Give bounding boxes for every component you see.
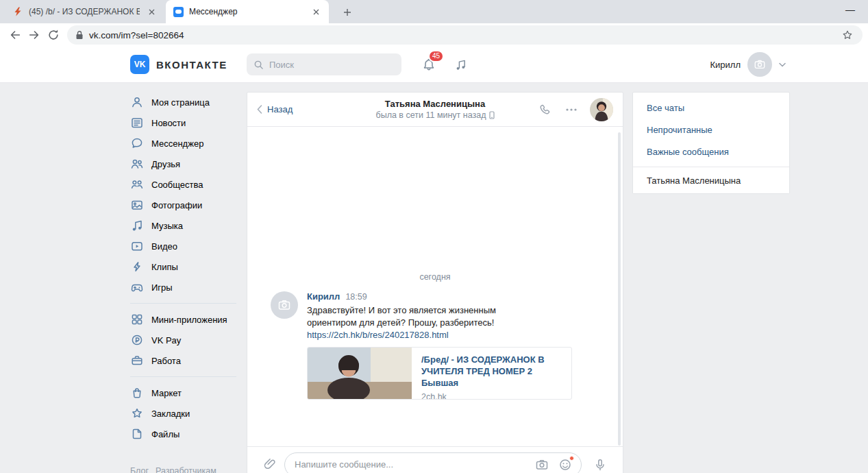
emoji-smiley-icon[interactable] — [558, 457, 573, 472]
search-icon — [253, 60, 264, 70]
back-icon[interactable] — [5, 25, 25, 45]
sidebar-item-label: Маркет — [151, 388, 182, 398]
chat-peer-name: Татьяна Масленицына — [385, 99, 485, 109]
messenger-icon — [130, 136, 144, 150]
star-icon — [130, 407, 144, 420]
vkpay-icon — [130, 333, 144, 347]
sidebar-item-games[interactable]: Игры — [130, 277, 247, 298]
message-input-wrap[interactable] — [284, 452, 582, 473]
message-content: Кирилл 18:59 Здравствуйте! И вот это явл… — [307, 291, 572, 400]
2ch-favicon — [12, 6, 23, 17]
sidebar-item-files[interactable]: Файлы — [130, 424, 247, 444]
message-composer — [247, 446, 623, 473]
news-icon — [130, 116, 144, 130]
link-preview-image — [308, 348, 412, 399]
sidebar-item-my-page[interactable]: Моя страница — [130, 92, 247, 112]
chat-list-item-active[interactable]: Татьяна Масленицына — [633, 167, 789, 193]
sidebar-item-label: Закладки — [151, 409, 190, 419]
notifications-bell-icon[interactable]: 45 — [421, 56, 437, 73]
sidebar-item-jobs[interactable]: Работа — [130, 350, 247, 371]
footer-link-developers[interactable]: Разработчикам — [156, 466, 216, 473]
message-author[interactable]: Кирилл — [307, 291, 340, 302]
link-preview-card[interactable]: /Бред/ - ИЗ СОДЕРЖАНОК В УЧИТЕЛЯ ТРЕД НО… — [307, 347, 572, 400]
camera-icon[interactable] — [534, 457, 549, 472]
message-time: 18:59 — [345, 292, 367, 302]
tab-2ch-thread[interactable]: (45) /b/ - ИЗ СОДЕРЖАНОК В У — [5, 0, 164, 23]
tab-title: (45) /b/ - ИЗ СОДЕРЖАНОК В У — [29, 7, 140, 16]
attach-paperclip-icon[interactable] — [262, 457, 277, 472]
message-input[interactable] — [295, 459, 526, 470]
chat-window: Назад Татьяна Масленицына была в сети 11… — [247, 92, 623, 473]
sidebar-item-label: Моя страница — [151, 97, 210, 108]
sidebar-item-label: Мини-приложения — [151, 315, 227, 325]
sidebar-item-messenger[interactable]: Мессенджер — [130, 133, 247, 154]
call-icon[interactable] — [538, 102, 553, 117]
sidebar-item-label: Друзья — [151, 159, 180, 169]
forward-icon[interactable] — [25, 25, 44, 45]
sidebar-item-clips[interactable]: Клипы — [130, 256, 247, 277]
music-note-icon — [130, 219, 144, 232]
music-icon[interactable] — [452, 56, 469, 73]
filter-all-chats[interactable]: Все чаты — [633, 97, 789, 119]
notification-count-badge: 45 — [430, 51, 443, 61]
tab-close-icon[interactable] — [310, 5, 322, 18]
message: Кирилл 18:59 Здравствуйте! И вот это явл… — [271, 291, 572, 400]
user-menu[interactable]: Кирилл — [710, 47, 786, 82]
video-icon — [130, 239, 144, 253]
filter-important[interactable]: Важные сообщения — [633, 141, 789, 162]
chat-peer-avatar[interactable] — [590, 98, 613, 121]
vk-logo-text: ВКОНТАКТЕ — [156, 59, 227, 71]
user-avatar-camera-icon — [747, 52, 772, 77]
communities-icon — [130, 178, 144, 191]
sidebar-item-market[interactable]: Маркет — [130, 383, 247, 403]
sidebar-footer-links: Блог Разработчикам — [130, 466, 247, 473]
sidebar-item-vkpay[interactable]: VK Pay — [130, 330, 247, 350]
new-stickers-dot — [569, 456, 574, 461]
message-link[interactable]: https://2ch.hk/b/res/240217828.html — [307, 329, 572, 341]
sidebar-item-photos[interactable]: Фотографии — [130, 195, 247, 215]
sidebar-item-friends[interactable]: Друзья — [130, 154, 247, 174]
address-bar[interactable]: vk.com/im?sel=802664 — [67, 25, 863, 45]
window-minimize-button[interactable]: — — [836, 0, 864, 19]
menu-divider — [130, 376, 236, 377]
sidebar-item-label: Игры — [151, 282, 173, 293]
bookmark-star-icon[interactable] — [841, 28, 854, 42]
tab-title: Мессенджер — [189, 7, 304, 16]
tab-close-icon[interactable] — [145, 5, 158, 18]
user-name: Кирилл — [710, 60, 741, 70]
back-link[interactable]: Назад — [257, 104, 293, 114]
more-options-icon[interactable] — [564, 102, 579, 117]
briefcase-icon — [130, 354, 144, 367]
reload-icon[interactable] — [44, 25, 63, 45]
browser-toolbar: vk.com/im?sel=802664 — [0, 23, 868, 47]
sidebar-item-miniapps[interactable]: Мини-приложения — [130, 309, 247, 330]
scrollbar[interactable] — [618, 132, 621, 446]
sidebar-item-communities[interactable]: Сообщества — [130, 174, 247, 195]
search-input[interactable] — [269, 60, 395, 70]
link-preview-title[interactable]: /Бред/ - ИЗ СОДЕРЖАНОК В УЧИТЕЛЯ ТРЕД НО… — [421, 354, 562, 389]
sidebar-item-music[interactable]: Музыка — [130, 215, 247, 236]
chevron-left-icon — [257, 105, 262, 114]
url-text[interactable]: vk.com/im?sel=802664 — [89, 30, 841, 40]
sidebar-item-news[interactable]: Новости — [130, 112, 247, 133]
vk-logo[interactable]: VK ВКОНТАКТЕ — [130, 47, 227, 82]
search-box[interactable] — [247, 53, 401, 75]
vk-messenger-favicon — [173, 6, 184, 17]
sidebar-item-bookmarks[interactable]: Закладки — [130, 403, 247, 424]
sender-avatar-camera-icon[interactable] — [271, 291, 298, 319]
date-divider: сегодня — [247, 272, 623, 282]
sidebar-item-label: Клипы — [151, 262, 178, 272]
footer-link-blog[interactable]: Блог — [130, 466, 149, 473]
chats-panel: Все чаты Непрочитанные Важные сообщения … — [632, 92, 790, 194]
browser-tab-bar: (45) /b/ - ИЗ СОДЕРЖАНОК В У Мессенджер … — [0, 0, 868, 23]
chat-header: Назад Татьяна Масленицына была в сети 11… — [247, 93, 623, 127]
new-tab-button[interactable] — [338, 3, 356, 21]
message-text: Здравствуйте! И вот это является жизненн… — [307, 304, 543, 329]
microphone-icon[interactable] — [593, 457, 608, 472]
tab-messenger[interactable]: Мессенджер — [166, 0, 329, 23]
sidebar-item-video[interactable]: Видео — [130, 236, 247, 256]
filter-unread[interactable]: Непрочитанные — [633, 119, 789, 141]
lock-icon — [75, 30, 84, 40]
message-list: сегодня Кирилл 18:59 Здравствуйте! И вот… — [247, 127, 623, 451]
menu-divider — [130, 303, 236, 304]
